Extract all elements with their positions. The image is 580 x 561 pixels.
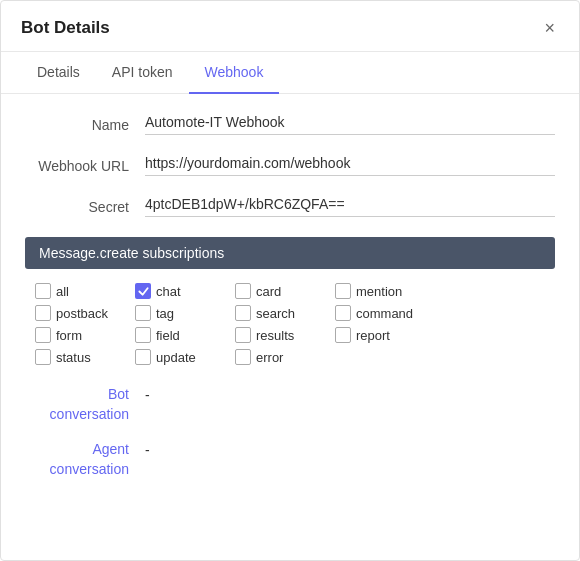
bot-conversation-label-container: Bot conversation xyxy=(25,385,145,424)
all-label[interactable]: all xyxy=(56,284,69,299)
checkbox-postback: postback xyxy=(35,305,135,321)
status-checkbox[interactable] xyxy=(35,349,51,365)
error-label[interactable]: error xyxy=(256,350,283,365)
status-label[interactable]: status xyxy=(56,350,91,365)
secret-label: Secret xyxy=(25,199,145,215)
all-checkbox[interactable] xyxy=(35,283,51,299)
card-checkbox[interactable] xyxy=(235,283,251,299)
close-button[interactable]: × xyxy=(540,17,559,39)
chat-label[interactable]: chat xyxy=(156,284,181,299)
postback-checkbox[interactable] xyxy=(35,305,51,321)
card-label[interactable]: card xyxy=(256,284,281,299)
checkbox-update: update xyxy=(135,349,235,365)
subscriptions-header: Message.create subscriptions xyxy=(25,237,555,269)
name-row: Name Automote-IT Webhook xyxy=(25,114,555,135)
update-checkbox[interactable] xyxy=(135,349,151,365)
checkbox-error: error xyxy=(235,349,335,365)
webhook-url-value: https://yourdomain.com/webhook xyxy=(145,155,555,176)
field-checkbox[interactable] xyxy=(135,327,151,343)
command-label[interactable]: command xyxy=(356,306,413,321)
field-label[interactable]: field xyxy=(156,328,180,343)
modal-title: Bot Details xyxy=(21,18,110,38)
agent-conversation-row: Agent conversation - xyxy=(25,440,555,479)
tag-checkbox[interactable] xyxy=(135,305,151,321)
subscriptions-area: Message.create subscriptions all xyxy=(25,237,555,365)
checkbox-form: form xyxy=(35,327,135,343)
secret-value: 4ptcDEB1dpW+/kbRC6ZQFA== xyxy=(145,196,555,217)
error-checkbox[interactable] xyxy=(235,349,251,365)
checkbox-report: report xyxy=(335,327,435,343)
name-label: Name xyxy=(25,117,145,133)
agent-conversation-label-container: Agent conversation xyxy=(25,440,145,479)
webhook-url-row: Webhook URL https://yourdomain.com/webho… xyxy=(25,155,555,176)
secret-row: Secret 4ptcDEB1dpW+/kbRC6ZQFA== xyxy=(25,196,555,217)
agent-conversation-link[interactable]: Agent conversation xyxy=(50,441,129,477)
update-label[interactable]: update xyxy=(156,350,196,365)
command-checkbox[interactable] xyxy=(335,305,351,321)
checkbox-tag: tag xyxy=(135,305,235,321)
bot-details-modal: Bot Details × Details API token Webhook … xyxy=(0,0,580,561)
tag-label[interactable]: tag xyxy=(156,306,174,321)
form-label[interactable]: form xyxy=(56,328,82,343)
chat-checkbox[interactable] xyxy=(135,283,151,299)
name-value: Automote-IT Webhook xyxy=(145,114,555,135)
report-checkbox[interactable] xyxy=(335,327,351,343)
results-label[interactable]: results xyxy=(256,328,294,343)
form-checkbox[interactable] xyxy=(35,327,51,343)
tab-api-token[interactable]: API token xyxy=(96,52,189,94)
subscriptions-grid: all chat card xyxy=(25,283,555,365)
mention-label[interactable]: mention xyxy=(356,284,402,299)
checkbox-row-3: form field results report xyxy=(25,327,555,343)
modal-header: Bot Details × xyxy=(1,1,579,52)
tab-details[interactable]: Details xyxy=(21,52,96,94)
checkbox-mention: mention xyxy=(335,283,435,299)
report-label[interactable]: report xyxy=(356,328,390,343)
checkbox-row-1: all chat card xyxy=(25,283,555,299)
checkbox-search: search xyxy=(235,305,335,321)
checkbox-row-2: postback tag search command xyxy=(25,305,555,321)
bot-conversation-value: - xyxy=(145,385,150,403)
bot-conversation-row: Bot conversation - xyxy=(25,385,555,424)
bot-conversation-link[interactable]: Bot conversation xyxy=(50,386,129,422)
results-checkbox[interactable] xyxy=(235,327,251,343)
modal-body: Name Automote-IT Webhook Webhook URL htt… xyxy=(1,94,579,560)
tabs-bar: Details API token Webhook xyxy=(1,52,579,94)
search-label[interactable]: search xyxy=(256,306,295,321)
checkbox-status: status xyxy=(35,349,135,365)
webhook-url-label: Webhook URL xyxy=(25,158,145,174)
checkbox-results: results xyxy=(235,327,335,343)
checkbox-command: command xyxy=(335,305,435,321)
tab-webhook[interactable]: Webhook xyxy=(189,52,280,94)
checkbox-all: all xyxy=(35,283,135,299)
postback-label[interactable]: postback xyxy=(56,306,108,321)
checkbox-row-4: status update error xyxy=(25,349,555,365)
checkbox-chat: chat xyxy=(135,283,235,299)
mention-checkbox[interactable] xyxy=(335,283,351,299)
search-checkbox[interactable] xyxy=(235,305,251,321)
agent-conversation-value: - xyxy=(145,440,150,458)
checkbox-card: card xyxy=(235,283,335,299)
checkbox-field: field xyxy=(135,327,235,343)
